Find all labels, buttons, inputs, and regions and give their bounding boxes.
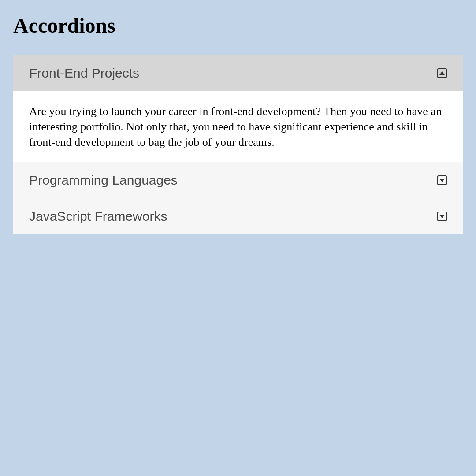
accordion-container: Front-End Projects Are you trying to lau… bbox=[13, 55, 463, 234]
accordion-header-front-end-projects[interactable]: Front-End Projects bbox=[13, 55, 463, 91]
page-title: Accordions bbox=[13, 13, 463, 37]
accordion-body-text: Are you trying to launch your career in … bbox=[29, 105, 442, 149]
chevron-down-icon bbox=[437, 175, 447, 185]
accordion-content-front-end-projects: Are you trying to launch your career in … bbox=[13, 91, 463, 162]
accordion-title: Programming Languages bbox=[29, 173, 178, 188]
accordion-title: JavaScript Frameworks bbox=[29, 209, 167, 224]
accordion-title: Front-End Projects bbox=[29, 66, 139, 81]
accordion-header-javascript-frameworks[interactable]: JavaScript Frameworks bbox=[13, 198, 463, 234]
accordion-header-programming-languages[interactable]: Programming Languages bbox=[13, 162, 463, 198]
chevron-down-icon bbox=[437, 212, 447, 221]
chevron-up-icon bbox=[437, 68, 447, 78]
